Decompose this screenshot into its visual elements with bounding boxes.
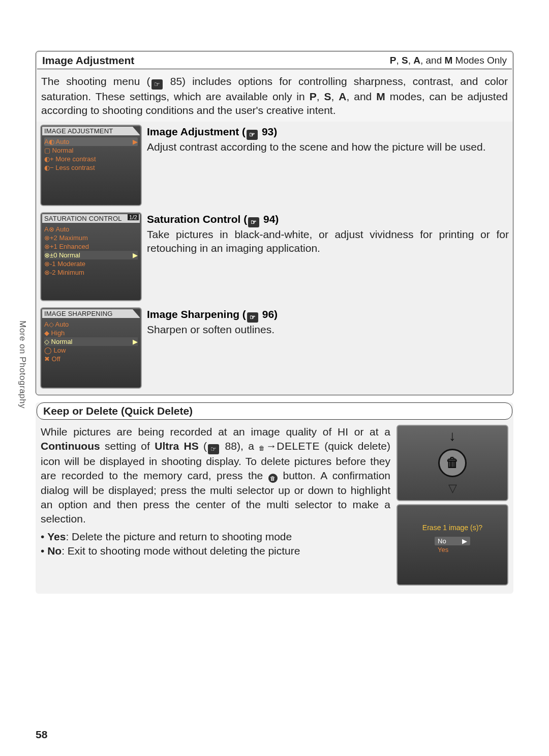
page-ref-icon: ☞: [247, 312, 258, 323]
section-header: Image Adjustment P, S, A, and M Modes On…: [37, 52, 512, 69]
adjustment-row: SATURATION CONTROL1/2 A⊗ Auto ⊗+2 Maximu…: [36, 209, 513, 304]
erase-option-yes: Yes: [435, 545, 470, 554]
sidebar-section-label: More on Photography: [17, 321, 27, 409]
adjustment-row: IMAGE ADJUSTMENT A◐ Auto▶ ▢ Normal ◐+ Mo…: [36, 122, 513, 209]
section-modes: P, S, A, and M Modes Only: [390, 55, 507, 66]
adjustment-row: IMAGE SHARPENING A◇ Auto ◆ High ◇ Normal…: [36, 304, 513, 392]
quick-delete-header: Keep or Delete (Quick Delete): [37, 402, 512, 420]
chevron-down-icon: ▽: [448, 482, 457, 495]
quick-delete-text: While pictures are being recorded at an …: [41, 425, 390, 586]
menu-thumbnail-sharpening: IMAGE SHARPENING A◇ Auto ◆ High ◇ Normal…: [40, 307, 142, 389]
arrow-down-icon: ↓: [449, 428, 456, 444]
row-title: Image Adjustment (☞ 93): [147, 125, 509, 140]
trash-icon: 🗑: [259, 444, 266, 451]
menu-thumbnail-image-adjustment: IMAGE ADJUSTMENT A◐ Auto▶ ▢ Normal ◐+ Mo…: [40, 125, 142, 206]
section-title: Image Adjustment: [42, 54, 134, 67]
bullet-no: • No: Exit to shooting mode without dele…: [48, 544, 390, 558]
page-ref-icon: ☞: [151, 79, 163, 90]
erase-option-no: No▶: [435, 537, 470, 545]
menu-thumbnail-saturation: SATURATION CONTROL1/2 A⊗ Auto ⊗+2 Maximu…: [40, 212, 142, 301]
row-body: Take pictures in black-and-white, or adj…: [147, 227, 509, 255]
row-title: Image Sharpening (☞ 96): [147, 307, 509, 323]
page-number: 58: [36, 729, 47, 741]
trash-hardware-button: 🗑: [438, 449, 467, 477]
intro-paragraph: The shooting menu (☞ 85) includes option…: [36, 70, 513, 122]
trash-button-icon: 🗑: [268, 474, 278, 483]
page-ref-icon: ☞: [248, 217, 259, 227]
bullet-yes: • Yes: Delete the picture and return to …: [48, 530, 390, 544]
quick-delete-box: Keep or Delete (Quick Delete) While pict…: [36, 402, 513, 594]
erase-confirm-thumb: Erase 1 image (s)? No▶ Yes: [396, 504, 508, 586]
page-ref-icon: ☞: [208, 444, 219, 454]
row-title: Saturation Control (☞ 94): [147, 212, 509, 227]
page-ref-icon: ☞: [247, 130, 258, 140]
row-body: Adjust contrast according to the scene a…: [147, 140, 509, 154]
quick-delete-dial-thumb: ↓ 🗑 ▽: [396, 425, 508, 501]
erase-question: Erase 1 image (s)?: [422, 524, 482, 532]
row-body: Sharpen or soften outlines.: [147, 323, 509, 336]
image-adjustment-box: Image Adjustment P, S, A, and M Modes On…: [36, 51, 513, 395]
